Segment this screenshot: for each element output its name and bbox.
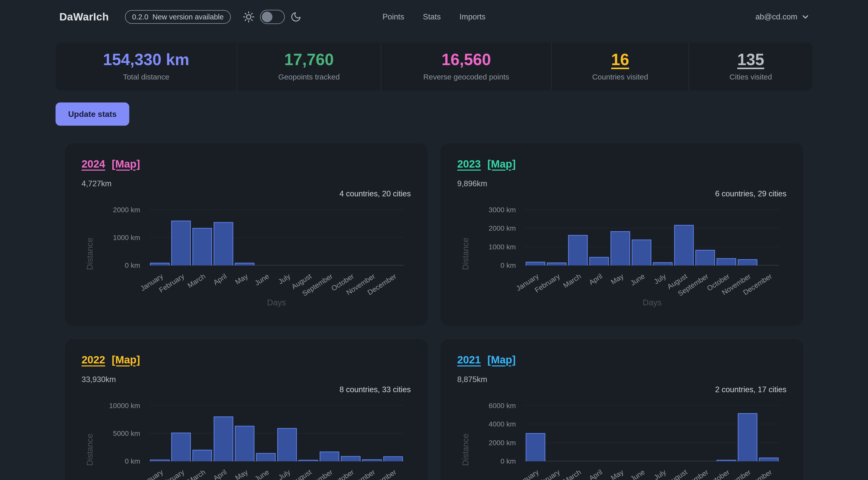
stat-total-distance: 154,330 km Total distance: [56, 42, 237, 90]
stat-geopoints: 17,760 Geopoints tracked: [237, 42, 381, 90]
axis-title-days: Days: [525, 298, 779, 308]
stat-reverse-geocoded: 16,560 Reverse geocoded points: [381, 42, 551, 90]
bar-chart: Distance0 km5000 km10000 kmJanuaryFebrua…: [82, 406, 411, 480]
countries-cities: 8 countries, 33 cities: [82, 385, 411, 394]
user-email: ab@cd.com: [755, 12, 797, 22]
y-tick: 4000 km: [457, 421, 516, 428]
bar-slot: [525, 406, 546, 461]
bar-slot: [546, 210, 567, 265]
theme-toggle-knob: [262, 11, 272, 22]
bar: [150, 459, 170, 461]
bars: [149, 210, 404, 265]
y-tick: 0 km: [82, 262, 140, 269]
bar-slot: [716, 406, 737, 461]
bars: [525, 210, 779, 265]
bar-slot: [589, 406, 610, 461]
axis-title-distance: Distance: [461, 215, 470, 270]
bar-chart: Distance0 km2000 km4000 km6000 kmJanuary…: [457, 406, 786, 480]
year-distance: 4,727km: [82, 179, 411, 188]
year-link[interactable]: 2022: [82, 354, 105, 366]
bar-slot: [694, 406, 716, 461]
bar-slot: [716, 210, 737, 265]
bar: [589, 257, 609, 265]
bar-slot: [255, 406, 276, 461]
countries-visited-link[interactable]: 16: [611, 52, 629, 68]
theme-toggle[interactable]: [260, 10, 285, 24]
stat-label: Geopoints tracked: [278, 73, 340, 81]
year-cards-grid: 2024[Map]4,727km4 countries, 20 citiesDi…: [65, 143, 803, 480]
bar-slot: [319, 210, 340, 265]
chart-plot: JanuaryFebruaryMarchAprilMayJuneJulyAugu…: [525, 406, 779, 461]
bar-slot: [673, 406, 694, 461]
bar: [526, 262, 545, 265]
stat-label: Total distance: [123, 73, 169, 81]
bar-slot: [234, 406, 255, 461]
bar-slot: [546, 406, 567, 461]
bar-slot: [758, 210, 779, 265]
bar: [362, 459, 382, 461]
map-link[interactable]: [Map]: [487, 158, 516, 170]
stat-cities-visited: 135 Cities visited: [688, 42, 812, 90]
stats-row: 154,330 km Total distance 17,760 Geopoin…: [56, 42, 812, 90]
user-menu[interactable]: ab@cd.com: [755, 12, 810, 22]
nav-points[interactable]: Points: [382, 12, 404, 22]
year-card-title: 2024[Map]: [82, 158, 411, 170]
bar-slot: [631, 210, 652, 265]
bar-slot: [234, 210, 255, 265]
bar: [235, 263, 254, 265]
bar-slot: [610, 210, 631, 265]
bars: [149, 406, 404, 461]
chart-plot: JanuaryFebruaryMarchAprilMayJuneJulyAugu…: [149, 210, 404, 265]
bar-slot: [340, 406, 361, 461]
bar: [277, 428, 297, 461]
countries-cities: 4 countries, 20 cities: [82, 189, 411, 198]
map-link[interactable]: [Map]: [112, 158, 140, 170]
bar-slot: [170, 406, 192, 461]
y-tick: 1000 km: [82, 234, 140, 241]
bar-slot: [298, 406, 319, 461]
sun-icon: [243, 11, 254, 23]
y-tick: 1000 km: [457, 244, 516, 251]
bar-slot: [652, 210, 673, 265]
bar-slot: [758, 406, 779, 461]
nav-imports[interactable]: Imports: [460, 12, 486, 22]
bar-slot: [525, 210, 546, 265]
app-header: DaWarIch 0.2.0 New version available: [0, 0, 868, 32]
bar-slot: [192, 406, 213, 461]
update-stats-button[interactable]: Update stats: [56, 102, 129, 126]
chevron-down-icon: [801, 12, 810, 22]
bar: [611, 231, 630, 265]
chart-plot: JanuaryFebruaryMarchAprilMayJuneJulyAugu…: [149, 406, 404, 461]
bar-slot: [737, 406, 758, 461]
map-link[interactable]: [Map]: [487, 354, 516, 366]
bar-slot: [213, 406, 234, 461]
year-card-title: 2021[Map]: [457, 354, 786, 366]
bar-chart: Distance0 km1000 km2000 km3000 kmJanuary…: [457, 210, 786, 311]
x-label: January: [92, 468, 165, 480]
bar-slot: [340, 210, 361, 265]
bar-slot: [589, 210, 610, 265]
bar-slot: [382, 210, 404, 265]
year-link[interactable]: 2024: [82, 158, 105, 170]
main-nav: Points Stats Imports: [382, 12, 486, 22]
bar-slot: [610, 406, 631, 461]
year-card-title: 2023[Map]: [457, 158, 786, 170]
year-card: 2021[Map]8,875km2 countries, 17 citiesDi…: [440, 339, 803, 480]
year-card: 2022[Map]33,930km8 countries, 33 citiesD…: [65, 339, 428, 480]
y-tick: 2000 km: [457, 225, 516, 232]
map-link[interactable]: [Map]: [112, 354, 140, 366]
theme-controls: [243, 10, 302, 24]
stats-page: DaWarIch 0.2.0 New version available: [0, 0, 868, 480]
nav-stats[interactable]: Stats: [423, 12, 441, 22]
y-tick: 2000 km: [457, 439, 516, 446]
year-link[interactable]: 2021: [457, 354, 481, 366]
app-logo[interactable]: DaWarIch: [59, 11, 109, 23]
year-link[interactable]: 2023: [457, 158, 481, 170]
cities-visited-link[interactable]: 135: [737, 52, 764, 68]
year-card: 2023[Map]9,896km6 countries, 29 citiesDi…: [440, 143, 803, 326]
version-badge[interactable]: 0.2.0 New version available: [125, 10, 231, 24]
countries-cities: 2 countries, 17 cities: [457, 385, 786, 394]
y-tick: 10000 km: [82, 402, 140, 409]
bar-slot: [319, 406, 340, 461]
bar: [738, 413, 757, 461]
